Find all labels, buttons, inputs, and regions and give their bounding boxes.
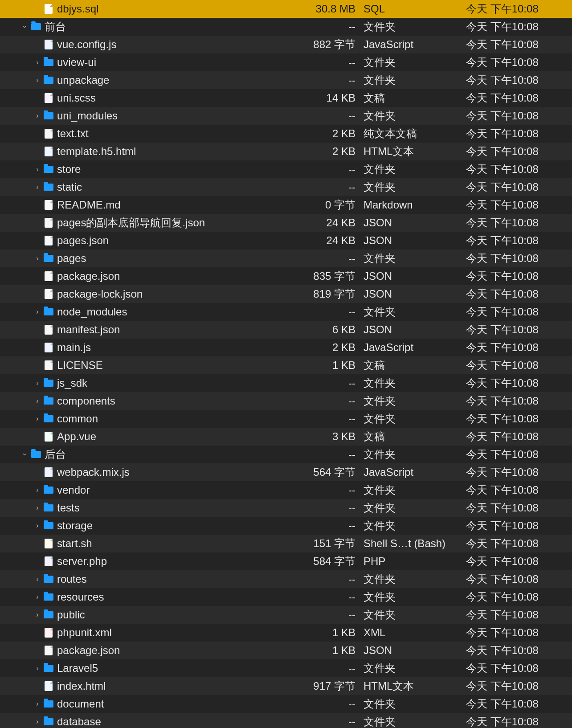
chevron-right-icon[interactable]: › [32,504,43,512]
file-date: 今天 下午10:08 [466,198,568,212]
table-row[interactable]: server.php584 字节PHP今天 下午10:08 [0,552,572,570]
file-date: 今天 下午10:08 [466,2,568,16]
file-name: database [57,716,306,728]
table-row[interactable]: ›后台--文件夹今天 下午10:08 [0,446,572,463]
chevron-right-icon[interactable]: › [32,718,43,726]
file-date: 今天 下午10:08 [466,376,568,390]
chevron-right-icon[interactable]: › [32,486,43,494]
file-date: 今天 下午10:08 [466,679,568,693]
chevron-right-icon[interactable]: › [32,308,43,316]
table-row[interactable]: template.h5.html2 KBHTML文本今天 下午10:08 [0,143,572,160]
file-date: 今天 下午10:08 [466,626,568,640]
table-row[interactable]: ›static--文件夹今天 下午10:08 [0,178,572,196]
table-row[interactable]: package.json835 字节JSON今天 下午10:08 [0,267,572,285]
table-row[interactable]: manifest.json6 KBJSON今天 下午10:08 [0,321,572,339]
icon-slot [43,271,54,281]
table-row[interactable]: ›node_modules--文件夹今天 下午10:08 [0,303,572,321]
chevron-right-icon[interactable]: › [32,415,43,423]
file-kind: Markdown [364,199,466,211]
file-name: static [57,181,306,193]
folder-icon [44,611,53,618]
chevron-right-icon[interactable]: › [32,165,43,173]
table-row[interactable]: vue.config.js882 字节JavaScript今天 下午10:08 [0,36,572,53]
file-date: 今天 下午10:08 [466,715,568,728]
table-row[interactable]: ›unpackage--文件夹今天 下午10:08 [0,71,572,89]
file-size: 3 KB [306,430,364,443]
icon-slot [43,218,54,228]
file-size: -- [306,519,364,532]
table-row[interactable]: ›uview-ui--文件夹今天 下午10:08 [0,53,572,71]
table-row[interactable]: dbjys.sql30.8 MBSQL今天 下午10:08 [0,0,572,18]
table-row[interactable]: ›uni_modules--文件夹今天 下午10:08 [0,107,572,125]
table-row[interactable]: README.md0 字节Markdown今天 下午10:08 [0,196,572,214]
chevron-right-icon[interactable]: › [32,575,43,583]
table-row[interactable]: ›public--文件夹今天 下午10:08 [0,606,572,624]
file-date: 今天 下午10:08 [466,287,568,301]
table-row[interactable]: ›routes--文件夹今天 下午10:08 [0,570,572,588]
table-row[interactable]: ›pages--文件夹今天 下午10:08 [0,249,572,267]
table-row[interactable]: ›storage--文件夹今天 下午10:08 [0,517,572,535]
table-row[interactable]: ›document--文件夹今天 下午10:08 [0,695,572,713]
chevron-right-icon[interactable]: › [32,664,43,672]
table-row[interactable]: main.js2 KBJavaScript今天 下午10:08 [0,339,572,356]
file-date: 今天 下午10:08 [466,554,568,568]
chevron-right-icon[interactable]: › [32,112,43,120]
file-kind: XML [364,626,466,639]
table-row[interactable]: ›components--文件夹今天 下午10:08 [0,392,572,410]
chevron-right-icon[interactable]: › [32,183,43,191]
table-row[interactable]: pages.json24 KBJSON今天 下午10:08 [0,232,572,249]
table-row[interactable]: package-lock.json819 字节JSON今天 下午10:08 [0,285,572,303]
file-name: server.php [57,555,306,568]
folder-icon [44,166,53,173]
chevron-right-icon[interactable]: › [32,397,43,405]
file-kind: 文件夹 [364,483,466,497]
file-size: -- [306,110,364,122]
table-row[interactable]: text.txt2 KB纯文本文稿今天 下午10:08 [0,125,572,143]
file-size: -- [306,413,364,425]
file-kind: 文件夹 [364,661,466,675]
table-row[interactable]: uni.scss14 KB文稿今天 下午10:08 [0,89,572,107]
chevron-right-icon[interactable]: › [32,254,43,262]
table-row[interactable]: ›database--文件夹今天 下午10:08 [0,713,572,728]
file-name: public [57,609,306,621]
table-row[interactable]: start.sh151 字节Shell S…t (Bash)今天 下午10:08 [0,535,572,552]
table-row[interactable]: ›tests--文件夹今天 下午10:08 [0,499,572,517]
table-row[interactable]: ›js_sdk--文件夹今天 下午10:08 [0,374,572,392]
file-date: 今天 下午10:08 [466,483,568,497]
file-size: 819 字节 [306,287,364,301]
chevron-right-icon[interactable]: › [32,611,43,619]
chevron-right-icon[interactable]: › [32,76,43,84]
chevron-down-icon[interactable]: › [20,23,30,31]
table-row[interactable]: App.vue3 KB文稿今天 下午10:08 [0,428,572,446]
table-row[interactable]: ›vendor--文件夹今天 下午10:08 [0,481,572,499]
file-kind: SQL [364,3,466,15]
file-kind: JSON [364,288,466,300]
file-date: 今天 下午10:08 [466,465,568,479]
table-row[interactable]: phpunit.xml1 KBXML今天 下午10:08 [0,624,572,642]
table-row[interactable]: ›前台--文件夹今天 下午10:08 [0,18,572,36]
file-icon [45,646,53,655]
table-row[interactable]: ›store--文件夹今天 下午10:08 [0,160,572,178]
chevron-right-icon[interactable]: › [32,522,43,530]
table-row[interactable]: ›Laravel5--文件夹今天 下午10:08 [0,659,572,677]
chevron-right-icon[interactable]: › [32,58,43,66]
chevron-right-icon[interactable]: › [32,593,43,601]
table-row[interactable]: pages的副本底部导航回复.json24 KBJSON今天 下午10:08 [0,214,572,232]
file-name: package.json [57,644,306,657]
table-row[interactable]: webpack.mix.js564 字节JavaScript今天 下午10:08 [0,463,572,481]
icon-slot [43,360,54,370]
table-row[interactable]: ›resources--文件夹今天 下午10:08 [0,588,572,606]
file-size: -- [306,448,364,461]
file-icon [45,271,53,281]
chevron-down-icon[interactable]: › [20,450,30,458]
table-row[interactable]: LICENSE1 KB文稿今天 下午10:08 [0,356,572,374]
table-row[interactable]: index.html917 字节HTML文本今天 下午10:08 [0,677,572,695]
file-date: 今天 下午10:08 [466,643,568,658]
file-kind: 文件夹 [364,501,466,515]
file-list: dbjys.sql30.8 MBSQL今天 下午10:08›前台--文件夹今天 … [0,0,572,728]
chevron-right-icon[interactable]: › [32,379,43,387]
file-kind: 文件夹 [364,715,466,728]
chevron-right-icon[interactable]: › [32,700,43,708]
table-row[interactable]: package.json1 KBJSON今天 下午10:08 [0,642,572,659]
table-row[interactable]: ›common--文件夹今天 下午10:08 [0,410,572,428]
